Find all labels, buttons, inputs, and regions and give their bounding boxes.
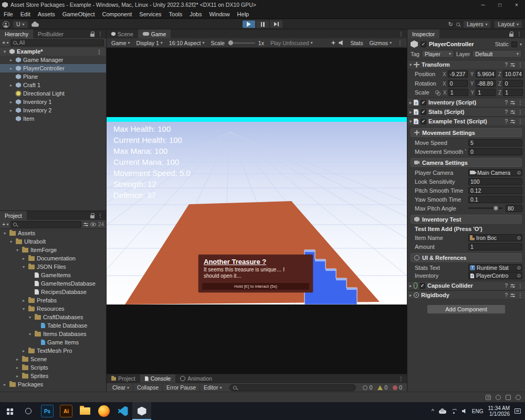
presets-icon[interactable] [510,284,515,288]
console-message-icon[interactable] [486,395,491,400]
presets-icon[interactable] [510,293,515,298]
chevron-down-icon[interactable]: ▾ [520,42,522,47]
warning-count-badge[interactable]: 0 [375,384,390,391]
rotation-z-field[interactable]: 0 [503,80,523,87]
foldout-arrow-icon[interactable]: ▾ [410,119,412,124]
foldout-arrow-icon[interactable]: ▾ [410,62,412,67]
scale-slider[interactable] [228,43,255,44]
maximize-button[interactable]: □ [491,0,508,9]
panel-menu-icon[interactable]: ⋮ [396,376,406,382]
taskbar-vscode[interactable] [113,402,132,420]
presets-icon[interactable] [510,119,515,124]
component-enabled-checkbox[interactable] [421,119,426,124]
foldout-arrow-icon[interactable]: ▾ [15,248,20,253]
constrain-proportions-icon[interactable] [435,90,440,95]
component-enabled-checkbox[interactable] [419,283,425,289]
foldout-arrow-icon[interactable]: ▸ [15,357,20,362]
tab-project-bottom[interactable]: Project [107,374,140,383]
clear-button[interactable]: Clear▾ [109,384,133,392]
taskbar-photoshop[interactable]: Ps [38,402,57,420]
pause-button[interactable] [256,20,269,28]
vsync-icon[interactable] [331,40,335,45]
foldout-arrow-icon[interactable]: ▸ [15,365,20,370]
tab-scene[interactable]: Scene [107,29,138,38]
foldout-arrow-icon[interactable]: ▸ [8,66,14,71]
help-icon[interactable]: ? [505,62,508,68]
cloud-services-icon[interactable] [32,23,39,27]
item-name-object-field[interactable]: Iron Boc⊙ [468,234,522,242]
player-camera-object-field[interactable]: Main Camera⊙ [468,169,522,176]
start-button[interactable] [0,402,19,420]
active-checkbox[interactable] [421,41,426,47]
slider-thumb[interactable] [494,206,498,211]
object-picker-icon[interactable]: ⊙ [517,273,521,278]
project-folder[interactable]: ▾JSON Files [0,262,106,271]
menu-file[interactable]: File [0,9,17,19]
rotation-x-field[interactable]: 0 [448,80,468,87]
language-indicator[interactable]: ENG [472,408,484,414]
search-button[interactable] [19,402,38,420]
mute-audio-icon[interactable] [339,40,344,46]
display-dropdown[interactable]: Display 1▾ [134,38,165,48]
movement-smooth-field[interactable]: 0 [468,148,522,155]
hierarchy-search-input[interactable]: All [10,39,104,46]
slider-thumb[interactable] [228,40,233,45]
presets-icon[interactable] [510,100,515,105]
component-menu-icon[interactable]: ⋮ [518,283,523,289]
project-folder[interactable]: ▸Scene [0,355,106,363]
foldout-arrow-icon[interactable]: ▸ [8,58,14,62]
project-folder[interactable]: ▾Ultrabolt [0,237,106,246]
foldout-arrow-icon[interactable]: ▸ [410,293,412,298]
hierarchy-item[interactable]: Directional Light [0,89,106,98]
example-test-header[interactable]: ▾ Example Test (Script) ?⋮ [407,117,525,126]
gizmos-dropdown[interactable]: Gizmos▾ [366,38,394,48]
project-folder[interactable]: ▸Sprites [0,372,106,380]
foldout-arrow-icon[interactable]: ▸ [410,100,412,105]
foldout-arrow-icon[interactable]: ▸ [15,374,20,379]
foldout-arrow-icon[interactable]: ▾ [8,239,14,244]
component-menu-icon[interactable]: ⋮ [518,119,523,124]
presets-icon[interactable] [510,110,515,114]
lock-icon[interactable] [509,34,513,37]
tab-animation[interactable]: Animation [175,374,217,383]
component-menu-icon[interactable]: ⋮ [518,109,523,115]
onedrive-icon[interactable] [439,410,446,414]
account-dropdown[interactable]: U▾ [13,20,28,28]
foldout-arrow-icon[interactable]: ▸ [8,100,14,104]
max-pitch-slider[interactable] [468,207,503,209]
layers-dropdown[interactable]: Layers▾ [463,20,491,28]
error-pause-toggle[interactable]: Error Pause [163,384,200,392]
panel-menu-icon[interactable]: ⋮ [514,31,524,37]
hierarchy-item[interactable]: Plane [0,72,106,81]
hierarchy-item[interactable]: ▸Inventory 1 [0,98,106,106]
move-speed-field[interactable]: 5 [468,139,522,146]
hierarchy-item[interactable]: ▸Inventory 2 [0,106,106,114]
panel-menu-icon[interactable]: ⋮ [96,213,105,218]
hidden-icons-chevron[interactable]: ^ [432,408,434,414]
create-object-button[interactable]: +▾ [2,39,8,46]
project-folder[interactable]: ▸Documentation [0,254,106,262]
error-count-badge[interactable]: 0 [390,384,405,391]
yaw-smooth-field[interactable]: 0.1 [468,196,522,203]
search-icon[interactable] [456,23,460,26]
foldout-arrow-icon[interactable]: ▸ [410,110,412,114]
game-render-area[interactable]: Max Health: 100 Current Health: 100 Max … [107,117,407,304]
project-folder[interactable]: ▸Packages [0,380,106,388]
pitch-smooth-field[interactable]: 0.12 [468,187,522,194]
capsule-collider-header[interactable]: ▸ Capsule Collider ?⋮ [407,281,525,290]
foldout-arrow-icon[interactable]: ▾ [21,265,26,269]
info-count-badge[interactable]: 0 [360,384,375,391]
hierarchy-item[interactable]: ▸Craft 1 [0,81,106,89]
inventory-script-header[interactable]: ▸ Inventory (Script) ?⋮ [407,98,525,107]
project-folder[interactable]: ▸TextMesh Pro [0,346,106,355]
hierarchy-item[interactable]: Item [0,114,106,123]
foldout-arrow-icon[interactable]: ▸ [21,298,26,303]
tag-dropdown[interactable]: Player▾ [422,50,454,58]
hidden-packages-icon[interactable] [90,223,96,226]
menu-tools[interactable]: Tools [165,9,186,19]
tab-project[interactable]: Project [0,211,27,220]
scale-y-field[interactable]: 1 [476,89,496,96]
scale-x-field[interactable]: 1 [448,89,468,96]
help-icon[interactable]: ? [505,119,508,124]
tab-console[interactable]: Console [140,374,176,383]
